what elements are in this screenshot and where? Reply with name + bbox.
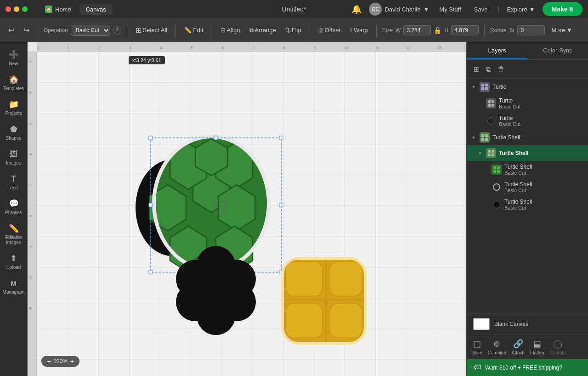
layer-turtle-shell-basic1[interactable]: Turtle Shell Basic Cut [467,161,588,178]
make-it-button[interactable]: Make It [543,2,582,16]
undo-button[interactable]: ↩ [6,24,17,36]
attach-button[interactable]: 🔗 Attach [512,339,525,355]
layer-turtle-shell-basic2[interactable]: Turtle Shell Basic Cut [467,178,588,196]
sidebar-label-upload: Upload [6,265,21,270]
lock-icon: 🔒 [434,27,441,34]
toolbar-separator-4 [212,23,212,37]
layer-name-shell-basic2: Turtle Shell Basic Cut [504,181,583,193]
sidebar-item-phrases[interactable]: 💬 Phrases [0,195,27,219]
sidebar-item-upload[interactable]: ⬆ Upload [0,250,27,273]
canvas-grid[interactable]: x:3.24 y:0.61 [37,51,466,376]
panel-delete-btn[interactable]: 🗑 [496,64,506,75]
tab-home[interactable]: 🏠 Home [39,4,78,15]
operation-select[interactable]: Basic Cut [71,25,110,36]
right-panel: Layers Color Sync ⊞ ⧉ 🗑 ▼ Turtle [466,42,588,376]
svg-rect-46 [492,104,494,107]
rotate-input[interactable] [517,25,545,35]
arrange-button[interactable]: ⧉ Arrange [247,25,279,36]
svg-point-28 [197,296,235,335]
size-label: Size [382,27,393,34]
zoom-out-button[interactable]: − [46,358,51,365]
sidebar-item-new[interactable]: ➕ New [0,46,27,70]
promo-icon: 🏷 [473,363,481,372]
sidebar-item-monogram[interactable]: M Monogram [0,274,27,298]
tab-canvas[interactable]: Canvas [79,4,113,15]
sidebar-label-projects: Projects [5,111,22,116]
svg-rect-35 [286,303,322,338]
panel-copy-btn[interactable]: ⧉ [485,64,492,75]
more-button[interactable]: More ▼ [548,25,575,35]
bottom-tools: ◫ Slice ⊕ Combine 🔗 Attach ⬓ Flatten ◯ C… [467,335,588,359]
svg-rect-14 [214,136,218,140]
main-content: ➕ New 🏠 Templates 📁 Projects ⬟ Shapes 🖼 … [0,42,588,376]
operation-help[interactable]: ? [113,26,121,34]
phrases-icon: 💬 [9,199,19,209]
attach-icon: 🔗 [513,339,523,349]
chevron-down-icon-3[interactable]: ▼ [478,151,483,156]
flatten-button[interactable]: ⬓ Flatten [530,339,544,355]
chevron-down-icon[interactable]: ▼ [471,85,477,90]
layer-name-shell-basic3: Turtle Shell Basic Cut [504,199,583,211]
svg-rect-45 [488,104,491,107]
my-stuff-button[interactable]: My Stuff [436,4,464,15]
height-input[interactable] [451,25,479,35]
nav-tabs: 🏠 Home Canvas [39,4,113,15]
notification-icon[interactable]: 🔔 [351,4,362,14]
sidebar-item-editable-images[interactable]: ✏️ Editable Images [0,220,27,249]
explore-button[interactable]: Explore ▼ [507,6,535,13]
sidebar-item-text[interactable]: T Text [0,170,27,194]
toolbar-separator-2 [127,23,127,37]
sidebar-item-images[interactable]: 🖼 Images [0,145,27,169]
warp-button[interactable]: ⌇ Warp [347,25,371,35]
blank-canvas-preview [473,318,490,330]
user-menu[interactable]: DC David Charlie ▼ [369,3,429,16]
combine-button[interactable]: ⊕ Combine [488,339,506,355]
layer-turtle-shell-group[interactable]: ▼ Turtle Shell [467,130,588,145]
redo-button[interactable]: ↪ [21,24,32,36]
home-icon: 🏠 [45,6,52,13]
sidebar-label-images: Images [6,160,21,165]
flatten-icon: ⬓ [533,339,541,349]
zoom-in-button[interactable]: + [69,358,75,365]
chevron-down-icon-2[interactable]: ▼ [471,135,477,140]
sidebar-label-new: New [9,61,18,66]
maximize-button[interactable] [22,6,28,12]
sidebar-item-shapes[interactable]: ⬟ Shapes [0,120,27,144]
layer-turtle-shell-basic3[interactable]: Turtle Shell Basic Cut [467,196,588,213]
layer-turtle-basic1[interactable]: Turtle Basic Cut [467,95,588,112]
svg-point-22 [219,206,220,208]
contour-button[interactable]: ◯ Contour [550,339,566,355]
title-bar: 🏠 Home Canvas Untitled* 🔔 DC David Charl… [0,0,588,18]
layer-turtle-shell-sub[interactable]: ▼ Turtle Shell [467,145,588,161]
flip-button[interactable]: ⇅ Flip [283,25,304,35]
canvas-area[interactable]: 0 1 2 3 4 5 6 7 8 9 10 11 12 13 1 2 3 4 … [28,42,466,376]
layer-group-icon-2 [480,132,490,142]
close-button[interactable] [6,6,11,12]
traffic-lights [6,6,28,12]
tab-layers[interactable]: Layers [467,42,527,59]
offset-button[interactable]: ◎ Offset [316,25,343,35]
blank-canvas-row: Blank Canvas [467,313,588,335]
sidebar-item-templates[interactable]: 🏠 Templates [0,71,27,95]
layer-turtle-basic2[interactable]: Turtle Basic Cut [467,112,588,130]
layer-name-turtle: Turtle [492,84,583,90]
svg-rect-43 [488,100,491,103]
width-input[interactable] [403,25,431,35]
svg-rect-44 [492,100,494,103]
width-label: W [396,27,401,34]
title-right-actions: 🔔 DC David Charlie ▼ My Stuff Save | Exp… [351,2,582,16]
svg-rect-15 [279,136,283,140]
promo-bar[interactable]: 🏷 Want $10 off + FREE shipping? [467,359,588,376]
svg-rect-58 [497,170,500,173]
tab-color-sync[interactable]: Color Sync [527,42,588,59]
combine-icon: ⊕ [493,339,500,349]
select-all-button[interactable]: ⊞ Select All [133,24,170,36]
layer-turtle-group[interactable]: ▼ Turtle [467,79,588,95]
panel-grid-btn[interactable]: ⊞ [472,63,481,75]
save-button[interactable]: Save [471,4,491,15]
minimize-button[interactable] [14,6,19,12]
sidebar-item-projects[interactable]: 📁 Projects [0,96,27,120]
align-button[interactable]: ⊟ Align [218,25,243,35]
edit-button[interactable]: ✏️ Edit [181,25,206,35]
slice-button[interactable]: ◫ Slice [472,339,482,355]
